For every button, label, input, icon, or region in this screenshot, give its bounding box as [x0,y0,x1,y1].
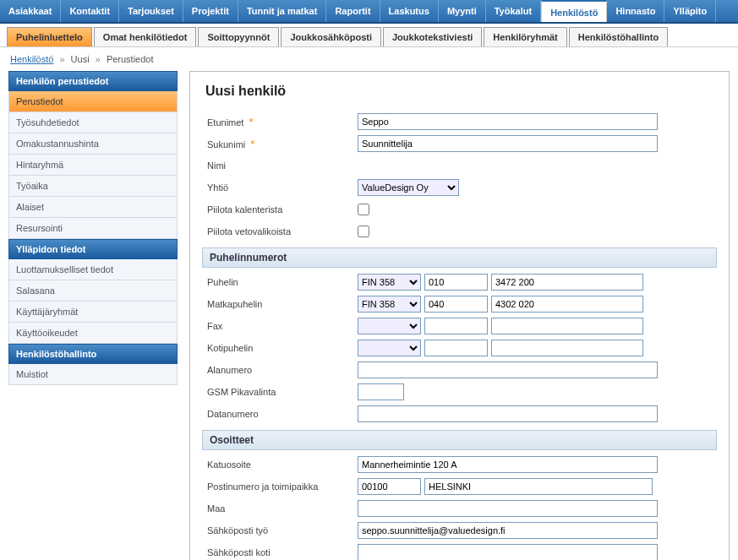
sidebar-item[interactable]: Perustiedot [8,91,178,112]
page-title: Uusi henkilö [205,84,713,99]
label-name: Nimi [205,160,358,171]
top-nav-item[interactable]: Tunnit ja matkat [238,0,327,22]
zip-input[interactable] [358,478,421,495]
sidebar-item[interactable]: Käyttöoikeudet [8,323,178,344]
breadcrumb-link[interactable]: Henkilöstö [10,54,53,64]
fax-num-input[interactable] [491,318,643,334]
sidebar: Henkilön perustiedotPerustiedotTyösuhdet… [8,71,178,560]
top-nav-item[interactable]: Myynti [439,0,486,22]
label-gsm: GSM Pikavalinta [205,387,358,397]
sidebar-item[interactable]: Muistiot [8,364,178,385]
sidebar-section-header: Henkilöstöhallinto [8,344,178,364]
label-ext: Alanumero [205,365,358,375]
sub-nav: PuhelinluetteloOmat henkilötiedotSoittop… [0,24,738,47]
sidebar-item[interactable]: Omakustannushinta [8,133,178,155]
sidebar-item[interactable]: Salasana [8,280,178,302]
email-work-input[interactable] [358,522,658,539]
breadcrumb: Henkilöstö » Uusi » Perustiedot [0,47,738,71]
homephone-num-input[interactable] [491,340,643,356]
label-email-home: Sähköposti koti [205,547,358,557]
homephone-cc-select[interactable] [358,340,421,356]
sub-nav-item[interactable]: Henkilöstöhallinto [569,27,668,46]
mobile-num-input[interactable] [491,296,643,313]
mobile-cc-select[interactable]: FIN 358 [358,296,421,313]
label-fax: Fax [205,321,358,331]
sub-nav-item[interactable]: Joukkosähköposti [281,27,381,46]
sidebar-item[interactable]: Työsuhdetiedot [8,112,178,133]
top-nav-item[interactable]: Tarjoukset [119,0,183,22]
label-mobile: Matkapuhelin [205,299,358,309]
label-hide-calendar: Piilota kalenterista [205,204,358,215]
sidebar-item[interactable]: Luottamukselliset tiedot [8,259,178,280]
breadcrumb-sep: » [96,54,101,64]
city-input[interactable] [424,478,653,495]
sidebar-item[interactable]: Käyttäjäryhmät [8,302,178,323]
hide-dropdown-checkbox[interactable] [358,226,369,237]
label-phone: Puhelin [205,277,358,287]
lastname-input[interactable] [358,135,658,152]
sub-nav-item[interactable]: Soittopyynnöt [198,27,279,46]
top-nav-item[interactable]: Henkilöstö [541,0,607,22]
top-nav-item[interactable]: Projektit [183,0,238,22]
country-input[interactable] [358,500,658,517]
label-street: Katuosoite [205,459,358,470]
sidebar-item[interactable]: Alaiset [8,197,178,218]
phone-area-input[interactable] [424,274,488,291]
homephone-area-input[interactable] [424,340,488,356]
breadcrumb-part: Perustiedot [107,54,154,64]
fax-cc-select[interactable] [358,318,421,334]
breadcrumb-sep: » [59,54,64,64]
hide-calendar-checkbox[interactable] [358,204,369,215]
main-panel: Uusi henkilö Etunimet* Sukunimi* Nimi Yh… [189,71,730,560]
sub-nav-item[interactable]: Puhelinluettelo [7,27,92,46]
section-phones: Puhelinnumerot [202,247,717,268]
label-postal: Postinumero ja toimipaikka [205,481,358,492]
top-nav: AsiakkaatKontaktitTarjouksetProjektitTun… [0,0,738,24]
gsm-input[interactable] [358,383,404,400]
sidebar-item[interactable]: Resursointi [8,218,178,239]
sidebar-item[interactable]: Työaika [8,176,178,197]
mobile-area-input[interactable] [424,296,488,313]
top-nav-item[interactable]: Laskutus [380,0,439,22]
top-nav-item[interactable]: Asiakkaat [0,0,61,22]
label-homephone: Kotipuhelin [205,343,358,353]
label-country: Maa [205,503,358,514]
section-addresses: Osoitteet [202,430,717,450]
label-firstname: Etunimet* [205,116,358,128]
label-email-work: Sähköposti työ [205,525,358,536]
label-hide-dropdown: Piilota vetovalikoista [205,226,358,237]
top-nav-item[interactable]: Raportit [326,0,380,22]
phone-cc-select[interactable]: FIN 358 [358,274,421,291]
top-nav-item[interactable]: Ylläpito [664,0,716,22]
label-lastname: Sukunimi* [205,138,358,150]
phone-num-input[interactable] [491,274,643,291]
company-select[interactable]: ValueDesign Oy [358,179,459,196]
label-company: Yhtiö [205,182,358,193]
top-nav-item[interactable]: Työkalut [486,0,541,22]
sub-nav-item[interactable]: Omat henkilötiedot [94,27,197,46]
fax-area-input[interactable] [424,318,488,334]
sub-nav-item[interactable]: Henkilöryhmät [484,27,566,46]
ext-input[interactable] [358,362,658,378]
firstname-input[interactable] [358,113,658,130]
sidebar-section-header: Henkilön perustiedot [8,71,178,91]
top-nav-item[interactable]: Kontaktit [61,0,119,22]
top-nav-item[interactable]: Hinnasto [607,0,664,22]
sub-nav-item[interactable]: Joukkotekstiviesti [383,27,482,46]
street-input[interactable] [358,456,658,473]
sidebar-section-header: Ylläpidon tiedot [8,239,178,259]
datanum-input[interactable] [358,405,658,422]
email-home-input[interactable] [358,544,658,560]
breadcrumb-part: Uusi [71,54,90,64]
label-datanum: Datanumero [205,409,358,419]
sidebar-item[interactable]: Hintaryhmä [8,155,178,176]
